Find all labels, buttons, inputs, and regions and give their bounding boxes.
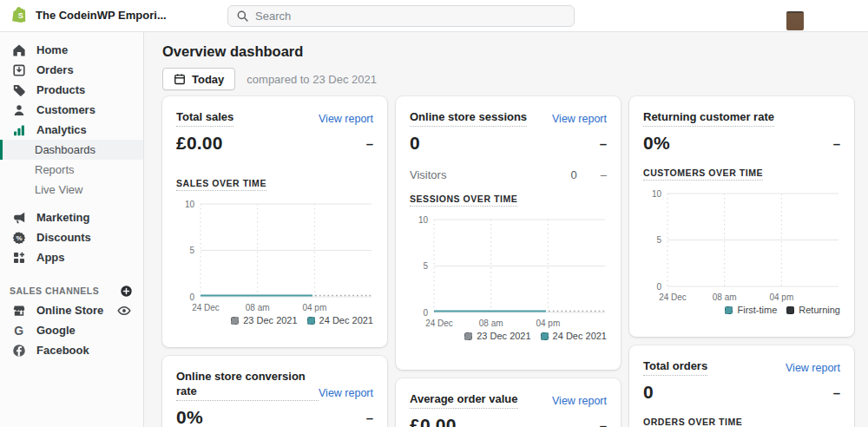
visitors-value: 0 [571,168,577,181]
chart-section-label: CUSTOMERS OVER TIME [643,168,763,181]
apps-icon [12,251,26,265]
svg-text:5: 5 [423,261,428,271]
topbar: S The CodeinWP Empori... [0,0,868,32]
svg-text:0: 0 [423,308,428,318]
legend-swatch [464,332,472,340]
svg-text:04 pm: 04 pm [536,319,560,328]
card-title: Total sales [176,109,233,127]
metric-value: £0.00 [410,415,457,427]
legend-swatch [725,306,733,314]
compare-text: compared to 23 Dec 2021 [247,73,377,86]
view-report-link[interactable]: View report [552,395,607,409]
view-report-link[interactable]: View report [319,113,373,127]
metric-value: 0 [410,133,420,154]
search-icon [236,10,249,23]
sidebar-item-home[interactable]: Home [0,40,143,60]
card-title: Average order value [410,391,518,409]
svg-text:24 Dec: 24 Dec [425,319,453,328]
storefront-icon [12,304,26,318]
svg-text:08 am: 08 am [713,292,737,302]
calendar-icon [174,73,186,85]
legend-swatch [307,317,315,325]
view-report-link[interactable]: View report [552,113,607,127]
svg-text:10: 10 [185,200,195,209]
view-report-link[interactable]: View report [786,362,840,376]
sidebar-item-discounts[interactable]: % Discounts [0,227,143,247]
discounts-icon: % [12,231,26,245]
metric-value: 0 [643,382,654,403]
date-range-button[interactable]: Today [162,68,235,90]
card-returning-customer-rate: Returning customer rate 0% – CUSTOMERS O… [629,96,854,337]
metric-delta: – [833,136,840,151]
search-bar[interactable] [227,5,575,27]
card-total-sales: Total sales View report £0.00 – SALES OV… [162,96,387,347]
sales-channels-header: SALES CHANNELS [0,281,143,300]
sidebar-item-facebook[interactable]: Facebook [0,340,143,360]
sidebar-item-reports[interactable]: Reports [0,160,143,180]
view-report-link[interactable]: View report [319,387,373,401]
sidebar-item-orders[interactable]: Orders [0,60,143,80]
legend-item: 23 Dec 2021 [464,331,530,341]
legend-swatch [541,332,549,340]
sidebar-item-google[interactable]: G Google [0,320,143,340]
svg-text:5: 5 [189,246,194,255]
sidebar-nav: Home Orders Products Customers Analytics… [0,32,144,427]
card-title: Returning customer rate [643,109,774,127]
svg-text:08 am: 08 am [246,303,270,312]
svg-text:0: 0 [189,292,194,302]
user-avatar[interactable] [786,11,804,30]
legend-item: 24 Dec 2021 [541,331,607,341]
customers-over-time-chart: 24 Dec08 am04 pm0510 [643,187,840,302]
search-input[interactable] [255,10,566,23]
shopify-logo-icon[interactable]: S [11,6,31,26]
google-icon: G [12,324,26,338]
metric-delta: – [366,136,373,151]
metric-value: 0% [643,133,670,154]
visitors-row: Visitors 0 – [410,168,607,181]
svg-text:08 am: 08 am [479,319,503,328]
legend-item: Returning [786,305,840,315]
chart-legend: 23 Dec 202124 Dec 2021 [176,315,373,325]
chart-section-label: ORDERS OVER TIME [643,417,742,427]
metric-value: £0.00 [176,133,223,154]
sidebar-item-marketing[interactable]: Marketing [0,207,143,227]
sidebar-item-products[interactable]: Products [0,80,143,100]
svg-text:04 pm: 04 pm [769,292,793,302]
chart-legend: 23 Dec 202124 Dec 2021 [410,331,607,341]
card-title: Online store sessions [410,109,527,127]
store-name[interactable]: The CodeinWP Empori... [36,9,167,22]
sales-over-time-chart: 24 Dec08 am04 pm0510 [176,198,373,312]
plus-circle-icon[interactable] [120,285,133,298]
svg-text:04 pm: 04 pm [302,303,326,312]
main-content: Overview dashboard Today compared to 23 … [145,32,868,427]
sidebar-item-online-store[interactable]: Online Store [0,300,143,320]
svg-text:10: 10 [418,215,429,225]
card-title: Total orders [643,358,707,376]
svg-text:5: 5 [656,235,661,245]
metric-delta: – [600,418,607,427]
page-title: Overview dashboard [162,43,853,60]
metric-value: 0% [176,407,203,427]
svg-text:%: % [16,234,23,242]
eye-icon[interactable] [117,304,131,318]
sidebar-item-customers[interactable]: Customers [0,100,143,120]
legend-item: 23 Dec 2021 [231,315,297,325]
card-total-orders: Total orders View report 0 – ORDERS OVER… [629,345,854,427]
legend-swatch [231,317,239,325]
orders-icon [12,63,26,77]
sidebar-item-live-view[interactable]: Live View [0,180,143,200]
svg-text:0: 0 [656,282,661,292]
visitors-label: Visitors [410,168,446,181]
metric-delta: – [833,385,840,400]
sidebar-item-analytics[interactable]: Analytics [0,120,143,140]
analytics-icon [12,123,26,137]
facebook-icon [12,344,26,358]
sidebar-item-dashboards[interactable]: Dashboards [0,140,143,160]
svg-text:G: G [14,324,23,338]
marketing-icon [12,211,26,225]
legend-item: 24 Dec 2021 [307,315,373,325]
chart-section-label: SALES OVER TIME [176,178,266,191]
metric-delta: – [366,411,373,425]
dashboard-grid: Total sales View report £0.00 – SALES OV… [162,96,853,427]
sidebar-item-apps[interactable]: Apps [0,247,143,267]
